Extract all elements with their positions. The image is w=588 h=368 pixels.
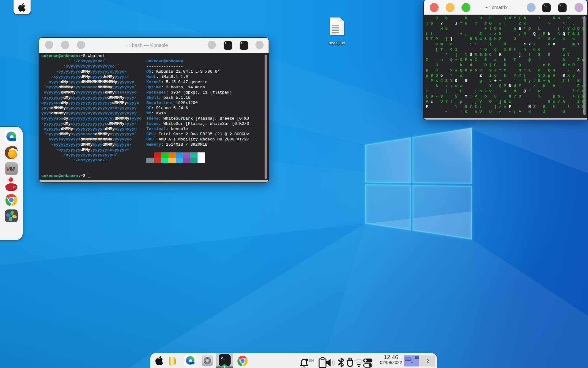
svg-text:M: M: [9, 165, 15, 172]
svg-text:BETA: BETA: [190, 362, 194, 364]
svg-text:BETA: BETA: [11, 139, 16, 141]
